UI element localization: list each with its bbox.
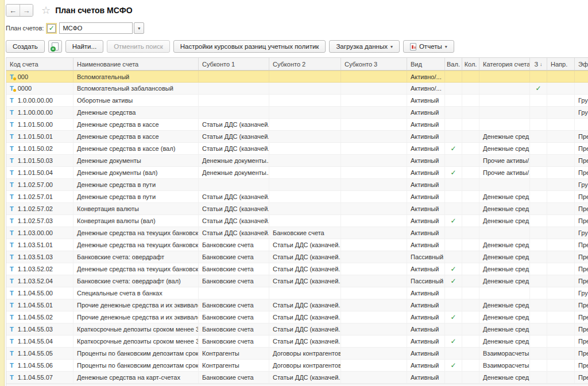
cell-val: ✓	[445, 167, 462, 178]
column-header-ef[interactable]: Эф	[575, 58, 588, 70]
cell-name: Оборотные активы	[74, 95, 199, 106]
account-row[interactable]: Т1.1.02.57.01Денежные средства в путиСта…	[6, 191, 588, 203]
account-row[interactable]: Т1.1.03.51.01Денежные средства на текущи…	[6, 239, 588, 251]
account-row[interactable]: Т1.1.03.00.00Денежные средства на текущи…	[6, 227, 588, 239]
column-header-sub1[interactable]: Субконто 1	[199, 58, 269, 70]
cell-sub1: Банковские счета	[199, 311, 269, 323]
account-row[interactable]: Т1.1.04.55.05Проценты по банковским депо…	[6, 348, 588, 360]
cell-vid: Активный	[407, 215, 445, 227]
cell-category	[479, 83, 530, 94]
cell-val	[445, 191, 462, 202]
account-icon: Т	[10, 229, 14, 236]
predefined-dot-icon	[13, 89, 16, 92]
account-icon: Т	[10, 193, 14, 200]
account-row[interactable]: Т0000Вспомогательный забалансовыйАктивно…	[6, 83, 588, 95]
cell-sub2	[269, 215, 341, 227]
cell-napr	[547, 323, 575, 335]
account-icon: Т	[10, 205, 14, 212]
find-button[interactable]: Найти...	[65, 40, 103, 53]
column-label: Эф	[578, 61, 588, 68]
account-row[interactable]: Т1.1.01.50.01Денежные средства в кассеСт…	[6, 131, 588, 143]
account-icon: Т	[10, 157, 14, 164]
history-nav: ← →	[6, 4, 33, 17]
account-row[interactable]: Т1.1.02.57.03Конвертация валюты (вал)Ста…	[6, 215, 588, 227]
cell-sub2: Договоры контрагентов	[269, 360, 341, 371]
reports-menu-button[interactable]: Отчеты ▾	[403, 40, 454, 53]
cell-code: Т1.1.04.55.01	[6, 299, 74, 311]
cell-category: Денежные сред...	[479, 323, 530, 335]
cell-val: ✓	[445, 143, 462, 154]
account-row[interactable]: Т1.1.01.50.04Денежные документы (вал)Ден…	[6, 167, 588, 179]
account-row[interactable]: Т1.1.04.55.07Денежные средства на карт-с…	[6, 372, 588, 384]
favorite-star-icon[interactable]: ☆	[41, 5, 51, 16]
cell-name: Специальные счета в банках	[74, 287, 199, 299]
create-group-button[interactable]: +	[48, 40, 62, 53]
cell-name: Денежные документы	[74, 155, 199, 166]
cell-zab	[530, 107, 547, 118]
column-label: З	[534, 61, 538, 68]
column-header-zab[interactable]: З↓	[530, 58, 547, 70]
account-row[interactable]: Т1.1.03.52.02Денежные средства на текущи…	[6, 263, 588, 275]
cell-sub1: Денежные документы...	[199, 167, 269, 178]
data-load-menu-button[interactable]: Загрузка данных ▾	[329, 40, 400, 53]
account-icon: Т	[10, 145, 14, 152]
account-row[interactable]: Т1.1.00.00.00Денежные средстваАктивныйГр…	[6, 107, 588, 119]
combo-dropdown-button[interactable]: ▾	[134, 22, 144, 34]
account-row[interactable]: Т1.1.04.55.04Краткосрочные депозиты срок…	[6, 336, 588, 348]
account-row[interactable]: Т1.1.02.57.00Денежные средства в путиАкт…	[6, 179, 588, 191]
column-header-napr[interactable]: Напр.	[547, 58, 575, 70]
account-row[interactable]: Т1.1.04.55.02Прочие денежные средства и …	[6, 311, 588, 323]
column-header-kol[interactable]: Кол.	[462, 58, 479, 70]
account-icon: Т	[10, 314, 14, 321]
table-header: Код счетаНаименование счетаСубконто 1Суб…	[6, 58, 588, 71]
account-row[interactable]: Т1.1.03.51.03Банковские счета: овердрафт…	[6, 251, 588, 263]
currency-diff-settings-button[interactable]: Настройки курсовых разниц учетных полити…	[173, 40, 326, 53]
cell-ef: Пре	[575, 311, 588, 323]
account-row[interactable]: Т1.1.04.55.01Прочие денежные средства и …	[6, 299, 588, 311]
cell-name: Денежные средства в кассе (вал)	[74, 143, 199, 154]
cell-val: ✓	[445, 263, 462, 275]
cell-zab	[530, 215, 547, 227]
cell-code: Т1.1.04.55.00	[6, 287, 74, 299]
cell-category	[479, 287, 530, 299]
cell-vid: Пассивный	[407, 275, 445, 287]
cancel-search-button[interactable]: Отменить поиск	[107, 40, 170, 53]
column-header-vid[interactable]: Вид	[407, 58, 445, 70]
cell-sub3	[341, 107, 407, 118]
checkbox-check-icon: ✓	[49, 25, 55, 32]
cell-sub1	[199, 287, 269, 299]
cell-sub3	[341, 131, 407, 142]
back-button[interactable]: ←	[6, 5, 20, 16]
column-header-code[interactable]: Код счета	[6, 58, 74, 70]
account-row[interactable]: Т1.1.02.57.02Конвертация валютыСтатьи ДД…	[6, 203, 588, 215]
plan-combo-input[interactable]: МСФО	[59, 22, 133, 34]
account-row[interactable]: Т000ВспомогательныйАктивно/...	[6, 71, 588, 83]
cell-vid: Активный	[407, 167, 445, 178]
create-button[interactable]: Создать	[6, 40, 45, 53]
cell-zab	[530, 275, 547, 287]
column-header-val[interactable]: Вал.	[445, 58, 462, 70]
plan-filter-checkbox[interactable]: ✓	[47, 24, 56, 33]
cell-name: Денежные документы (вал)	[74, 167, 199, 178]
account-row[interactable]: Т1.1.04.55.03Краткосрочные депозиты срок…	[6, 323, 588, 336]
account-row[interactable]: Т1.1.01.50.03Денежные документыДенежные …	[6, 155, 588, 167]
account-row[interactable]: Т1.1.04.55.06Проценты по банковским депо…	[6, 360, 588, 372]
column-header-sub3[interactable]: Субконто 3	[341, 58, 407, 70]
cell-vid: Активный	[407, 95, 445, 106]
column-header-category[interactable]: Категория счета	[479, 58, 530, 70]
column-header-name[interactable]: Наименование счета	[74, 58, 199, 70]
account-code: 1.1.01.50.00	[18, 121, 53, 128]
account-row[interactable]: Т1.1.01.50.02Денежные средства в кассе (…	[6, 143, 588, 155]
account-icon: Т	[10, 326, 14, 333]
account-row[interactable]: Т1.1.04.55.00Специальные счета в банкахА…	[6, 287, 588, 299]
cell-sub3	[341, 155, 407, 166]
account-icon: Т	[10, 109, 14, 116]
account-icon: Т	[10, 254, 14, 260]
account-row[interactable]: Т1.1.03.52.04Банковские счета: овердрафт…	[6, 275, 588, 287]
account-row[interactable]: Т1.1.01.50.00Денежные средства в кассеСт…	[6, 119, 588, 131]
forward-button[interactable]: →	[20, 5, 33, 16]
cell-code: Т1.1.02.57.02	[6, 203, 74, 215]
column-header-sub2[interactable]: Субконто 2	[269, 58, 341, 70]
cell-name: Банковские счета: овердрафт	[74, 251, 199, 263]
account-row[interactable]: Т1.0.00.00.00Оборотные активыАктивныйГру	[6, 95, 588, 107]
